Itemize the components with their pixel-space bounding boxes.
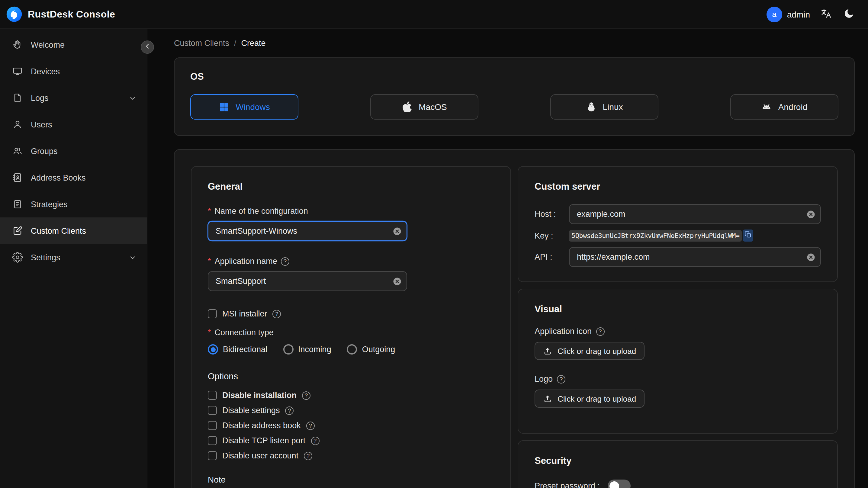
os-section: OS Windows <box>174 57 855 136</box>
user-avatar[interactable]: a <box>767 6 782 22</box>
connection-type-options: Bidirectional Incoming Outgoing <box>208 344 494 355</box>
copy-icon <box>744 231 752 240</box>
os-button-label: Linux <box>603 102 623 112</box>
help-icon[interactable]: ? <box>285 406 294 415</box>
disable-settings-checkbox[interactable] <box>208 406 217 415</box>
sidebar-item-welcome[interactable]: Welcome <box>0 31 147 58</box>
clear-icon[interactable] <box>806 210 815 219</box>
os-button-label: MacOS <box>418 102 447 112</box>
moon-icon <box>843 7 855 21</box>
msi-installer-checkbox[interactable] <box>208 309 217 318</box>
host-label: Host : <box>534 210 569 219</box>
breadcrumb-separator: / <box>234 39 237 48</box>
help-icon[interactable]: ? <box>304 452 312 460</box>
option-disable-settings: Disable settings ? <box>208 406 494 415</box>
dark-mode-toggle[interactable] <box>842 6 856 22</box>
chevron-down-icon <box>128 93 137 102</box>
help-icon[interactable]: ? <box>311 436 319 445</box>
sidebar-item-address-books[interactable]: Address Books <box>0 164 147 191</box>
msi-installer-label: MSI installer <box>222 309 267 318</box>
brand: RustDesk Console <box>6 6 115 22</box>
copy-key-button[interactable] <box>743 230 753 242</box>
sidebar-item-logs[interactable]: Logs <box>0 85 147 111</box>
app-title: RustDesk Console <box>28 9 115 20</box>
host-field-wrap <box>569 204 821 224</box>
preset-password-label: Preset password : <box>534 481 600 488</box>
top-bar: RustDesk Console a admin <box>0 0 868 29</box>
chevron-left-icon <box>144 42 151 52</box>
help-icon[interactable]: ? <box>557 375 565 383</box>
sidebar-item-label: Welcome <box>31 40 137 49</box>
breadcrumb-parent[interactable]: Custom Clients <box>174 39 229 48</box>
disable-installation-checkbox[interactable] <box>208 391 217 400</box>
general-card: General * Name of the configuration <box>191 166 511 488</box>
linux-penguin-icon <box>586 101 597 112</box>
help-icon[interactable]: ? <box>596 327 604 336</box>
msi-installer-row: MSI installer ? <box>208 309 494 318</box>
left-column: General * Name of the configuration <box>191 166 511 488</box>
option-disable-tcp-listen-port: Disable TCP listen port ? <box>208 436 494 445</box>
radio-icon <box>283 344 293 355</box>
sidebar-item-label: Strategies <box>31 200 137 209</box>
sidebar-item-label: Settings <box>31 253 120 262</box>
apple-icon <box>402 101 412 112</box>
main-layout: Welcome Devices Logs <box>0 29 868 488</box>
radio-incoming[interactable]: Incoming <box>283 344 331 355</box>
config-name-input[interactable] <box>208 221 407 241</box>
api-input[interactable] <box>569 247 821 267</box>
option-disable-installation: Disable installation ? <box>208 391 494 400</box>
security-card: Security Preset password : <box>518 440 838 488</box>
application-icon-upload-button[interactable]: Click or drag to upload <box>534 342 645 360</box>
config-name-label: * Name of the configuration <box>208 207 494 216</box>
hand-wave-icon <box>12 39 23 50</box>
language-button[interactable] <box>819 6 833 22</box>
sidebar-item-custom-clients[interactable]: Custom Clients <box>0 217 147 244</box>
sidebar-item-strategies[interactable]: Strategies <box>0 191 147 217</box>
disable-tcp-listen-port-checkbox[interactable] <box>208 436 217 445</box>
app-name-label: * Application name ? <box>208 257 494 266</box>
clear-icon[interactable] <box>393 277 402 286</box>
help-icon[interactable]: ? <box>306 421 315 430</box>
logo-upload-button[interactable]: Click or drag to upload <box>534 390 645 408</box>
host-input[interactable] <box>569 204 821 224</box>
upload-label: Click or drag to upload <box>558 394 636 403</box>
required-marker: * <box>208 207 211 216</box>
help-icon[interactable]: ? <box>302 391 310 399</box>
address-book-icon <box>12 172 23 183</box>
sidebar-item-groups[interactable]: Groups <box>0 138 147 164</box>
disable-address-book-checkbox[interactable] <box>208 421 217 430</box>
os-button-linux[interactable]: Linux <box>550 94 658 120</box>
key-value: 5Qbwsde3unUcJBtrx9ZkvUmwFNoExHzpryHuPUdq… <box>569 230 742 241</box>
help-icon[interactable]: ? <box>273 309 281 318</box>
preset-password-row: Preset password : <box>534 480 821 488</box>
breadcrumb-current: Create <box>241 39 266 48</box>
sidebar-collapse-button[interactable] <box>141 40 154 54</box>
os-button-macos[interactable]: MacOS <box>370 94 478 120</box>
custom-server-grid: Host : Key : 5Qbwsde3unUcJBtrx9ZkvUmwFNo… <box>534 204 821 267</box>
upload-label: Click or drag to upload <box>558 346 636 356</box>
user-icon <box>12 119 23 130</box>
sidebar-item-settings[interactable]: Settings <box>0 244 147 271</box>
api-field-wrap <box>569 247 821 267</box>
help-icon[interactable]: ? <box>281 257 289 266</box>
sidebar-item-users[interactable]: Users <box>0 111 147 138</box>
application-icon-label: Application icon ? <box>534 327 821 336</box>
monitor-icon <box>12 66 23 77</box>
radio-outgoing[interactable]: Outgoing <box>347 344 395 355</box>
app-name-input[interactable] <box>208 271 407 291</box>
disable-user-account-checkbox[interactable] <box>208 451 217 460</box>
right-column: Custom server Host : Key : <box>518 166 838 488</box>
rustdesk-console: RustDesk Console a admin <box>0 0 868 488</box>
os-button-windows[interactable]: Windows <box>190 94 299 120</box>
sidebar-item-label: Logs <box>31 93 120 102</box>
sidebar: Welcome Devices Logs <box>0 29 147 488</box>
clear-icon[interactable] <box>393 226 402 236</box>
sidebar-item-devices[interactable]: Devices <box>0 58 147 85</box>
preset-password-toggle[interactable] <box>608 480 630 488</box>
clear-icon[interactable] <box>806 252 815 262</box>
general-title: General <box>208 181 494 192</box>
edit-square-icon <box>12 225 23 236</box>
os-button-android[interactable]: Android <box>730 94 838 120</box>
gear-icon <box>12 252 23 263</box>
radio-bidirectional[interactable]: Bidirectional <box>208 344 267 355</box>
